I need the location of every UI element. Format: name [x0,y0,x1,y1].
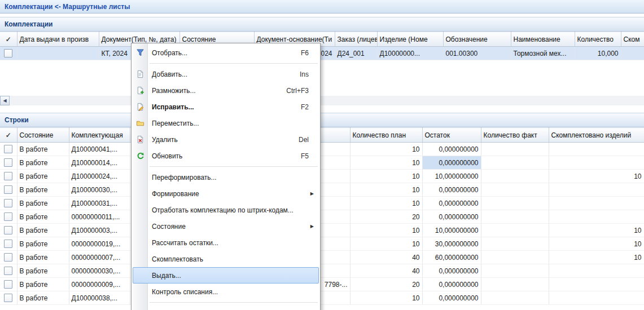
app-window: Комплектации <- Маршрутные листы Комплек… [0,0,644,310]
cell-qty_plan: 10 [350,156,422,170]
cell-assembled [549,197,644,210]
menu-item-duplicate[interactable]: Размножить...Ctrl+F3 [133,82,319,99]
cell-rest: 0,000000000 [422,143,481,156]
menu-item-barcode-processing[interactable]: Отработать комплектацию по штрих-кодам..… [133,202,319,218]
cell-component: Д100000041,... [69,143,130,156]
table-row[interactable]: В работеД100000003,...1010,00000000010 [0,224,644,237]
table-row[interactable]: КТ, 2024024Д24_001Д10000000...001.00300Т… [0,47,644,60]
column-header[interactable]: Состояние [17,128,69,143]
cell-state: В работе [17,291,69,305]
menu-item-move[interactable]: Переместить... [133,115,319,131]
cell-state: В работе [17,264,69,278]
cell-component: Д100000024,... [69,170,130,183]
row-checkbox[interactable] [4,199,12,207]
menu-item-label: Скомплектовать [147,255,203,263]
menu-item-refresh[interactable]: ОбновитьF5 [133,148,319,164]
menu-item-delete[interactable]: УдалитьDel [133,131,319,148]
cell-state: В работе [17,156,69,170]
section-title: Комплектации [5,20,52,28]
column-header[interactable]: Изделие (Номе [377,32,443,47]
cell-qty_fact [481,251,549,264]
row-checkbox[interactable] [4,185,12,194]
column-header[interactable]: Ском [621,32,644,47]
row-checkbox[interactable] [4,212,12,221]
row-checkbox[interactable] [4,240,12,248]
cell-component: Д100000003,... [69,224,130,237]
menu-item-reformat[interactable]: Переформировать... [133,169,319,185]
checkbox-cell [0,170,17,183]
cell-qty_plan: 20 [350,210,422,224]
cell-component: Д100000038,... [69,291,130,305]
menu-item-label: Выдать... [147,272,181,280]
checkbox-cell [0,224,17,237]
column-header[interactable]: Дата выдачи в произв [17,32,99,47]
cell-qty_fact [481,197,549,210]
column-header[interactable]: Обозначение [443,32,511,47]
column-header[interactable]: Количество [575,32,621,47]
table-row[interactable]: В работеД100000031,...100,000000000 [0,197,644,210]
table-row[interactable]: В работе00000000009,...7798-...200,00000… [0,278,644,291]
table-row[interactable]: В работеД100000030,...100,000000000 [0,183,644,197]
section-header-stroki: Строки [0,113,644,127]
horizontal-scrollbar[interactable]: ◀ [0,96,644,105]
row-checkbox[interactable] [4,294,12,302]
menu-item-write-off-control[interactable]: Контроль списания... [133,284,319,300]
menu-item-shortcut: Ins [300,70,319,78]
menu-item-state[interactable]: Состояние▶ [133,218,319,234]
menu-item-issue[interactable]: Выдать... [133,267,319,284]
menu-item-filter[interactable]: Отобрать...F6 [133,45,319,61]
move-icon [133,119,147,127]
row-checkbox[interactable] [4,253,12,262]
menu-item-edit[interactable]: Исправить...F2 [133,99,319,115]
row-checkbox[interactable] [4,267,12,275]
table-row[interactable]: В работеД100000041,...100,000000000 [0,143,644,156]
column-header[interactable]: Количество план [350,128,422,143]
menu-item-label: Переместить... [147,119,199,127]
table-row[interactable]: В работеД100000024,...1010,00000000010 [0,170,644,183]
row-checkbox[interactable] [4,280,12,289]
menu-item-calculate-remainders[interactable]: Рассчитать остатки... [133,234,319,251]
table-row[interactable]: В работе00000000007,...4060,00000000010 [0,251,644,264]
cell-rest: 0,000000000 [422,278,481,291]
table-row[interactable]: В работеД100000038,...100,000000000 [0,291,644,305]
table-row[interactable]: В работе00000000030,...400,000000000 [0,264,644,278]
cell-state: В работе [17,183,69,197]
cell-assembled: 10 [549,170,644,183]
row-checkbox[interactable] [4,49,12,57]
menu-item-label: Отработать комплектацию по штрих-кодам..… [147,206,293,214]
column-header[interactable]: Комплектующая [69,128,130,143]
scroll-left-button[interactable]: ◀ [0,96,10,105]
checkbox-cell [0,291,17,305]
menu-item-assemble[interactable]: Скомплектовать [133,251,319,267]
cell-state: В работе [17,224,69,237]
stroki-table: ✓СостояниеКомплектующаяанКоличество план… [0,127,644,305]
cell-component: 00000000011,... [69,210,130,224]
column-header[interactable]: Заказ (лицево [335,32,377,47]
checkmark-icon: ✓ [6,36,11,43]
context-menu: Отобрать...F6Добавить...InsРазмножить...… [131,43,321,310]
cell-qty_fact [481,143,549,156]
menu-item-add[interactable]: Добавить...Ins [133,66,319,82]
column-header[interactable]: Остаток [422,128,481,143]
column-header[interactable]: Количество факт [481,128,549,143]
menu-item-shortcut: F2 [301,103,319,111]
row-checkbox[interactable] [4,172,12,180]
column-header[interactable]: Скомплектовано изделий [549,128,644,143]
row-checkbox[interactable] [4,145,12,153]
table-row[interactable]: В работе00000000019,...1030,00000000010 [0,237,644,251]
cell-assembled [549,143,644,156]
menu-separator [150,63,318,64]
cell-rest: 0,000000000 [422,197,481,210]
cell-qty_fact [481,264,549,278]
checkbox-cell [0,278,17,291]
column-header[interactable]: Наименование [511,32,575,47]
cell-qty_fact [481,224,549,237]
menu-item-formation[interactable]: Формирование▶ [133,185,319,202]
row-checkbox[interactable] [4,158,12,167]
table-row[interactable]: В работе00000000011,...200,000000000 [0,210,644,224]
row-checkbox[interactable] [4,226,12,234]
cell-rest: 0,000000000 [422,291,481,305]
table-row[interactable]: В работеД100000014,...100,000000000 [0,156,644,170]
select-all-column-header[interactable]: ✓ [0,32,17,47]
select-all-column-header[interactable]: ✓ [0,128,17,143]
